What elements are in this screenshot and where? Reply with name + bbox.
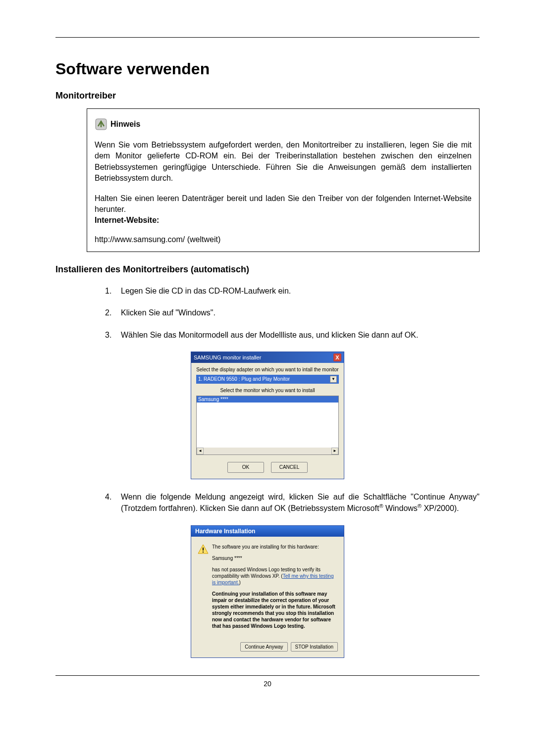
note-box: Hinweis Wenn Sie vom Betriebssystem aufg… <box>87 108 480 252</box>
svg-rect-3 <box>203 552 204 553</box>
installer-title-text: SAMSUNG monitor installer <box>194 354 261 360</box>
list-number: 4. <box>105 492 121 514</box>
page-number: 20 <box>55 680 480 688</box>
list-number: 2. <box>105 307 121 318</box>
scrollbar[interactable]: ◄ ► <box>197 448 338 454</box>
installer-label-2: Select the monitor which you want to ins… <box>196 388 339 393</box>
note-url: http://www.samsung.com/ (weltweit) <box>95 235 472 244</box>
dropdown-value: 1. RADEON 9550 : Plug and Play Monitor <box>198 376 290 382</box>
list-item: 1. Legen Sie die CD in das CD-ROM-Laufwe… <box>105 286 480 297</box>
list-text: Wählen Sie das Monitormodell aus der Mod… <box>121 330 418 341</box>
page-title: Software verwenden <box>55 60 480 78</box>
bottom-rule <box>55 675 480 676</box>
close-icon[interactable]: X <box>333 353 341 361</box>
installer-titlebar: SAMSUNG monitor installer X <box>191 352 344 363</box>
note-label: Hinweis <box>110 120 140 129</box>
list-number: 3. <box>105 330 121 341</box>
section-install-auto: Installieren des Monitortreibers (automa… <box>55 264 480 275</box>
installer-dialog: SAMSUNG monitor installer X Select the d… <box>191 352 344 479</box>
hw-text-3: has not passed Windows Logo testing to v… <box>212 566 338 586</box>
warning-icon <box>197 544 212 634</box>
internet-website-label: Internet-Website: <box>95 216 159 224</box>
continue-anyway-button[interactable]: Continue Anyway <box>240 642 287 652</box>
list-item: 3. Wählen Sie das Monitormodell aus der … <box>105 330 480 341</box>
hardware-dialog: Hardware Installation The software you a… <box>191 525 344 658</box>
hw-text-2: Samsung **** <box>212 555 338 561</box>
note-paragraph-1: Wenn Sie vom Betriebssystem aufgefordert… <box>95 140 472 184</box>
ok-button[interactable]: OK <box>227 462 264 473</box>
listbox-selected-item[interactable]: Samsung **** <box>197 396 338 403</box>
scroll-left-icon[interactable]: ◄ <box>197 448 204 454</box>
note-paragraph-2: Halten Sie einen leeren Datenträger bere… <box>95 193 472 226</box>
list-text: Legen Sie die CD in das CD-ROM-Laufwerk … <box>121 286 291 297</box>
note-icon <box>95 118 107 131</box>
top-rule <box>55 37 480 38</box>
scroll-right-icon[interactable]: ► <box>331 448 338 454</box>
hardware-titlebar: Hardware Installation <box>191 526 344 537</box>
ordered-list: 1. Legen Sie die CD in das CD-ROM-Laufwe… <box>105 286 480 341</box>
ordered-list-cont: 4. Wenn die folgende Meldung angezeigt w… <box>105 492 480 514</box>
installer-label-1: Select the display adapter on which you … <box>196 367 339 372</box>
list-number: 1. <box>105 286 121 297</box>
list-text: Klicken Sie auf "Windows". <box>121 307 215 318</box>
cancel-button[interactable]: CANCEL <box>271 462 308 473</box>
section-monitortreiber: Monitortreiber <box>55 91 480 101</box>
hw-text-1: The software you are installing for this… <box>212 544 338 550</box>
list-text: Wenn die folgende Meldung angezeigt wird… <box>121 492 480 514</box>
list-item: 2. Klicken Sie auf "Windows". <box>105 307 480 318</box>
chevron-down-icon[interactable]: ▼ <box>330 376 337 383</box>
hw-text-4: Continuing your installation of this sof… <box>212 591 338 629</box>
adapter-dropdown[interactable]: 1. RADEON 9550 : Plug and Play Monitor ▼ <box>196 375 339 384</box>
svg-rect-2 <box>203 548 204 551</box>
list-item: 4. Wenn die folgende Meldung angezeigt w… <box>105 492 480 514</box>
stop-installation-button[interactable]: STOP Installation <box>291 642 338 652</box>
monitor-listbox[interactable]: Samsung **** ◄ ► <box>196 396 339 455</box>
